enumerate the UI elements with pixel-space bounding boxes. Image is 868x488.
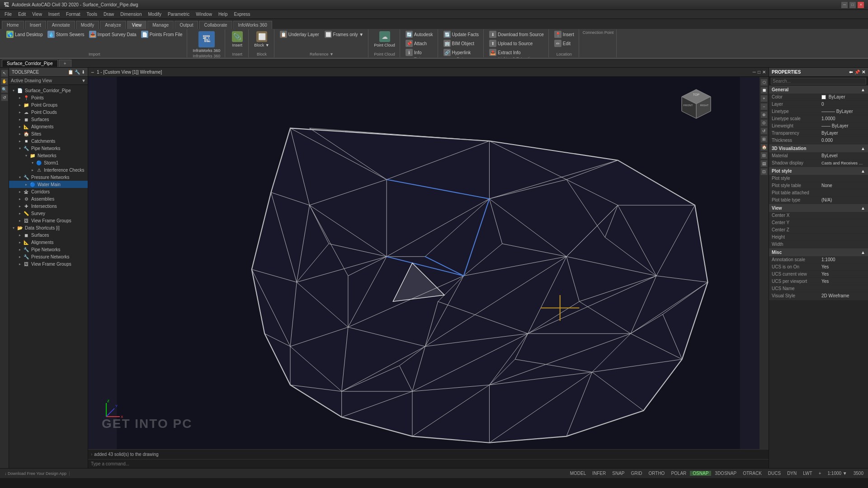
tree-expander[interactable]: ▸ (17, 125, 23, 129)
btn-upload-source[interactable]: ⬆ Upload to Source (487, 39, 546, 47)
doc-tab-surface[interactable]: Surface_Corridor_Pipe (2, 60, 58, 67)
minimize-btn[interactable]: ─ (841, 1, 848, 9)
tree-item[interactable]: ▸☁Point Clouds (9, 108, 88, 116)
toolspace-icon2[interactable]: 🔧 (75, 70, 80, 75)
vp-tool-10[interactable]: ⊡ (760, 168, 768, 175)
tree-item[interactable]: ▾📂Data Shortcuts [i] (9, 224, 88, 231)
menu-dimension[interactable]: Dimension (118, 11, 144, 18)
menu-window[interactable]: Window (193, 11, 215, 18)
tab-infoworks[interactable]: InfoWorks 360 (233, 21, 272, 29)
tree-item[interactable]: ▸📁Point Groups (9, 101, 88, 108)
props-section-3d-viz-header[interactable]: 3D Visualization ▲ (769, 145, 868, 152)
tree-expander[interactable]: ▸ (17, 204, 23, 208)
status-dyn[interactable]: DYN (784, 471, 799, 476)
tool-select[interactable]: ↖ (1, 70, 8, 77)
tree-expander[interactable]: ▸ (17, 117, 23, 122)
status-ducs[interactable]: DUCS (765, 471, 783, 476)
viewport-minus[interactable]: − (91, 69, 94, 75)
btn-underlay-layer[interactable]: 📋 Underlay Layer (278, 30, 321, 38)
props-toggle-icon[interactable]: ⬅ (849, 70, 853, 75)
tool-rotate[interactable]: ↺ (1, 94, 8, 101)
restore-btn[interactable]: □ (849, 1, 856, 9)
btn-extract-info[interactable]: 📤 Extract Info (487, 48, 546, 56)
menu-view[interactable]: View (29, 11, 45, 18)
tree-item[interactable]: ▾📄Surface_Corridor_Pipe (9, 87, 88, 94)
menu-draw[interactable]: Draw (101, 11, 117, 18)
vp-tool-9[interactable]: ▤ (760, 160, 768, 167)
btn-points-from-file[interactable]: 📄 Points From File (139, 30, 184, 38)
status-scale[interactable]: 1:1000 ▼ (825, 471, 849, 476)
toolspace-header-icons[interactable]: 📋 🔧 ⬇ (68, 70, 85, 75)
btn-location-edit[interactable]: ✏ Edit (552, 39, 576, 47)
tab-insert[interactable]: Insert (25, 21, 46, 29)
props-header-icons[interactable]: ⬅ 📌 ✕ (849, 70, 865, 75)
window-controls[interactable]: ─ □ ✕ (841, 1, 864, 9)
tree-item[interactable]: ▸⚠Interference Checks (9, 166, 88, 174)
btn-hyperlink[interactable]: 🔗 Hyperlink (442, 48, 481, 56)
menu-insert[interactable]: Insert (46, 11, 62, 18)
status-transparency[interactable]: + (816, 471, 824, 476)
status-coord[interactable]: 3500 (851, 471, 866, 476)
tree-expander[interactable]: ▾ (11, 226, 16, 230)
close-btn[interactable]: ✕ (857, 1, 864, 9)
tab-manage[interactable]: Manage (147, 21, 174, 29)
tree-item[interactable]: ▸◼Surfaces (9, 116, 88, 123)
tree-item[interactable]: ▸🛣Corridors (9, 188, 88, 195)
vp-tool-7[interactable]: 🏠 (760, 144, 768, 151)
tab-home[interactable]: Home (2, 21, 24, 29)
menu-file[interactable]: File (2, 11, 14, 18)
tree-expander[interactable]: ▸ (17, 103, 23, 107)
viewport-maximize[interactable]: □ (758, 70, 760, 75)
tree-expander[interactable]: ▸ (17, 197, 23, 201)
tool-pan[interactable]: ✋ (1, 78, 8, 85)
menu-tools[interactable]: Tools (84, 11, 100, 18)
tree-expander[interactable]: ▾ (17, 175, 23, 179)
tree-item[interactable]: ▾🔵Storm1 (9, 159, 88, 166)
props-section-general-header[interactable]: General ▲ (769, 86, 868, 94)
tab-view[interactable]: View (127, 21, 147, 29)
status-lwt[interactable]: LWT (800, 471, 815, 476)
status-otrack[interactable]: OTRACK (740, 471, 764, 476)
command-input[interactable] (91, 461, 766, 466)
vp-tool-2[interactable]: 🔲 (760, 87, 768, 94)
props-section-plot-header[interactable]: Plot style ▲ (769, 167, 868, 175)
tree-item[interactable]: ▸🖼View Frame Groups (9, 217, 88, 224)
btn-bim-object[interactable]: 🏢 BIM Object (442, 39, 481, 47)
tree-expander[interactable]: ▸ (17, 139, 23, 143)
tree-expander[interactable]: ▸ (17, 219, 23, 223)
tool-zoom[interactable]: 🔍 (1, 86, 8, 93)
tree-expander[interactable]: ▸ (17, 211, 23, 216)
tree-item[interactable]: ▸◽Catchments (9, 137, 88, 145)
btn-block[interactable]: ⬜ Block ▼ (252, 30, 271, 48)
tree-item[interactable]: ▸📐Alignments (9, 239, 88, 246)
btn-attach[interactable]: 📌 Attach (404, 39, 435, 47)
tree-item[interactable]: ▾🔧Pressure Networks (9, 174, 88, 181)
btn-download-source[interactable]: ⬇ Download from Source (487, 30, 546, 38)
tree-item[interactable]: ▸✚Intersections (9, 202, 88, 210)
tree-item[interactable]: ▸🔵Water Main (9, 181, 88, 188)
tab-modify[interactable]: Modify (76, 21, 99, 29)
props-section-misc-header[interactable]: Misc ▲ (769, 249, 868, 256)
tree-expander[interactable]: ▸ (17, 132, 23, 136)
tree-expander[interactable]: ▸ (24, 183, 29, 187)
props-search-input[interactable] (771, 78, 866, 84)
status-infer[interactable]: INFER (590, 471, 609, 476)
tree-item[interactable]: ▸📐Alignments (9, 123, 88, 130)
tree-item[interactable]: ▸◼Surfaces (9, 231, 88, 239)
tree-expander[interactable]: ▸ (17, 255, 23, 259)
tree-item[interactable]: ▸🏠Sites (9, 130, 88, 137)
status-ortho[interactable]: ORTHO (646, 471, 667, 476)
status-3dosnap[interactable]: 3DOSNAP (712, 471, 739, 476)
btn-location-insert[interactable]: 📍 Insert (552, 30, 576, 38)
tree-expander[interactable]: ▸ (17, 262, 23, 266)
menu-express[interactable]: Express (231, 11, 253, 18)
tree-item[interactable]: ▾🔧Pipe Networks (9, 145, 88, 152)
toolspace-icon3[interactable]: ⬇ (81, 70, 85, 75)
tree-expander[interactable]: ▾ (24, 154, 29, 158)
btn-insert[interactable]: 📎 Insert (230, 30, 245, 48)
btn-storm-sewers[interactable]: 💧 Storm Sewers (46, 30, 86, 38)
tree-item[interactable]: ▸⚙Assemblies (9, 195, 88, 202)
tab-output[interactable]: Output (175, 21, 198, 29)
btn-frame-select[interactable]: ⬜ Frames only ▼ (323, 30, 366, 38)
btn-infraworks[interactable]: 🏗 InfraWorks 360 (191, 30, 222, 54)
